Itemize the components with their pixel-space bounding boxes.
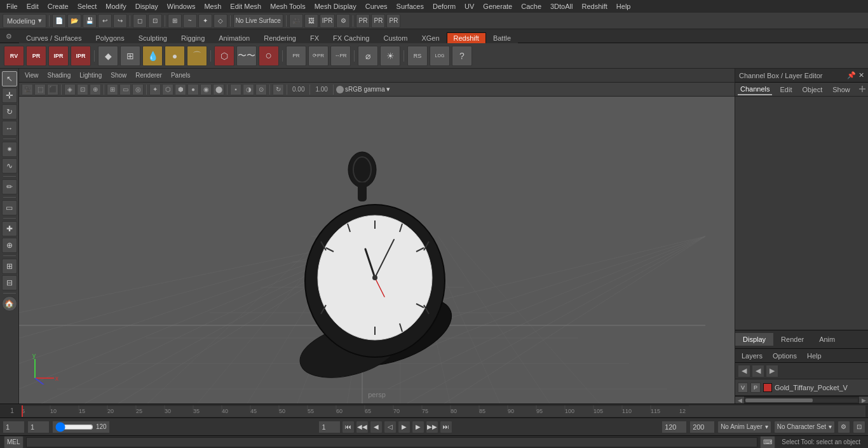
frame-start-input[interactable] [27,421,50,433]
save-scene-btn[interactable]: 💾 [83,14,97,28]
play-forward-btn[interactable]: ▶ [398,421,410,433]
scroll-left-btn[interactable]: ◀ [735,397,744,404]
snap-point-btn[interactable]: ✦ [198,14,212,28]
menu-curves[interactable]: Curves [362,2,391,11]
shelf-tab-xgen[interactable]: XGen [414,32,446,43]
shelf-icon-pr2-text[interactable]: ⟳PR [308,46,329,66]
shelf-tab-rendering[interactable]: Rendering [257,32,303,43]
next-frame-btn[interactable]: ▶ [412,421,424,433]
vt-textured[interactable]: ◉ [200,84,212,95]
menu-edit-mesh[interactable]: Edit Mesh [226,2,265,11]
rp-tab-object[interactable]: Object [799,85,825,95]
vt-gate2[interactable]: ⬛ [47,84,58,95]
new-scene-btn[interactable]: 📄 [52,14,66,28]
mode-dropdown[interactable]: Modeling ▾ [3,14,46,28]
shelf-icon-sun[interactable]: ☀ [380,46,400,66]
frame-range-widget[interactable]: 120 [52,421,110,433]
play-end-btn[interactable]: ⏭ [440,421,452,433]
vt-camera[interactable]: 🎥 [22,84,33,95]
command-input[interactable] [26,437,758,447]
ipr-btn[interactable]: IPR [320,14,336,28]
menu-mesh-tools[interactable]: Mesh Tools [266,2,309,11]
shelf-tab-battle[interactable]: Battle [486,32,518,43]
shelf-icon-ipr2[interactable]: IPR [71,46,91,66]
vt-shadows[interactable]: ▪ [230,84,241,95]
rp-tab-channels[interactable]: Channels [738,84,772,95]
lasso-tool-btn[interactable]: ⊡ [148,14,162,28]
menu-display[interactable]: Display [132,2,162,11]
layer-prev-btn[interactable]: ◀ [752,365,764,377]
viewport-canvas[interactable]: persp x y z [19,97,735,404]
end-frame-input[interactable] [661,421,687,433]
menu-3dto-all[interactable]: 3DtoAll [546,2,576,11]
move-tool[interactable]: ✛ [2,88,17,103]
add-btn[interactable]: ✚ [2,221,17,236]
shelf-tab-fx[interactable]: FX [303,32,326,43]
menu-mesh-display[interactable]: Mesh Display [311,2,360,11]
shelf-icon-bump[interactable]: ⌒ [187,46,207,66]
vt-frame[interactable]: ▭ [119,84,131,95]
shelf-icon-cube[interactable]: ⬡ [214,46,234,66]
pr-btn[interactable]: PR [356,14,370,28]
render-settings-btn[interactable]: ⚙ [336,14,350,28]
select-tool-btn[interactable]: ◻ [133,14,147,28]
mel-python-toggle[interactable]: MEL [4,436,24,449]
rp-btab-anim[interactable]: Anim [811,333,843,346]
prev-frame-btn[interactable]: ◀ [370,421,383,433]
vt-xray[interactable]: ✦ [149,84,161,95]
rp-tab-edit[interactable]: Edit [777,85,794,95]
right-panel-close[interactable]: ✕ [858,71,864,79]
shelf-icon-pr[interactable]: PR [26,46,46,66]
scroll-thumb[interactable] [745,398,813,402]
color-space-selector[interactable]: sRGB gamma ▾ [336,85,390,93]
max-frame-input[interactable] [689,421,715,433]
shelf-gear-icon[interactable]: ⚙ [3,30,15,43]
anim-layer-dropdown[interactable]: No Anim Layer ▾ [717,421,771,433]
current-frame-input[interactable] [3,421,25,433]
live-surface-btn[interactable]: No Live Surface [233,14,283,28]
vt-all[interactable]: ⬤ [213,84,224,95]
layer-add-btn[interactable]: ◀ [738,365,750,377]
menu-edit[interactable]: Edit [23,2,43,11]
viewport-lighting-menu[interactable]: Lighting [76,71,105,79]
layer-visibility[interactable]: V [738,383,748,393]
viewport-shading-menu[interactable]: Shading [44,71,74,79]
menu-select[interactable]: Select [74,2,101,11]
vt-snap[interactable]: ⊕ [90,84,101,95]
right-panel-scrollbar[interactable]: ◀ ▶ [735,396,868,404]
show-grid[interactable]: ⊞ [2,259,17,274]
shelf-tab-fx-caching[interactable]: FX Caching [326,32,376,43]
rp-btab-display[interactable]: Display [735,333,773,346]
viewport-renderer-menu[interactable]: Renderer [132,71,165,79]
viewport-show-menu[interactable]: Show [107,71,130,79]
layer-playback[interactable]: P [750,383,761,393]
snap-grid-btn[interactable]: ⊞ [168,14,182,28]
pr2-btn[interactable]: PR [371,14,385,28]
timeline-ruler[interactable]: 5 10 15 20 25 30 35 40 45 50 55 60 65 70… [22,405,865,417]
shelf-icon-pr3-text[interactable]: ↔PR [330,46,351,66]
shelf-tab-custom[interactable]: Custom [377,32,415,43]
play-backward-btn[interactable]: ◁ [384,421,397,433]
vt-wire[interactable]: ⬢ [175,84,186,95]
shelf-icon-sphere[interactable]: ● [165,46,185,66]
menu-create[interactable]: Create [44,2,72,11]
panel-btn[interactable]: ⊟ [2,275,17,290]
scroll-track[interactable] [745,398,858,402]
keyboard-btn[interactable]: ⌨ [760,436,775,449]
vt-grid[interactable]: ⊞ [107,84,118,95]
rp-tab-show[interactable]: Show [830,85,853,95]
shelf-tab-animation[interactable]: Animation [212,32,257,43]
shelf-tab-rigging[interactable]: Rigging [174,32,212,43]
shelf-icon-wave[interactable]: 〜〜 [236,46,257,66]
scale-tool[interactable]: ↔ [2,121,17,136]
snap-curve-btn[interactable]: ~ [183,14,197,28]
right-panel-pin[interactable]: 📌 [847,71,856,79]
viewport-view-menu[interactable]: View [22,71,42,79]
menu-file[interactable]: File [3,2,22,11]
vt-filmgate[interactable]: ⬚ [34,84,46,95]
shelf-tab-polygons[interactable]: Polygons [88,32,131,43]
menu-cache[interactable]: Cache [517,2,545,11]
shelf-icon-pr-text[interactable]: PR [286,46,306,66]
shelf-icon-diamond[interactable]: ◆ [98,46,118,66]
shelf-icon-rv[interactable]: RV [4,46,24,66]
